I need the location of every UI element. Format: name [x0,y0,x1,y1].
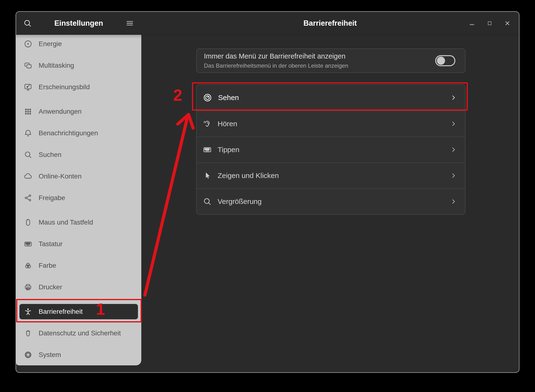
chevron-icon [450,198,457,205]
sidebar: EnergieMultitaskingErscheinungsbildAnwen… [16,35,141,365]
sidebar-item-online-konten[interactable]: Online-Konten [19,169,138,184]
switch-knob [437,57,445,65]
accessibility-menu-toggle-row: Immer das Menü zur Barrierefreiheit anze… [196,48,465,73]
row-label: Zeigen und Klicken [218,172,444,180]
sidebar-item-suchen[interactable]: Suchen [19,147,138,162]
row-label: Sehen [218,94,444,102]
hand-icon [24,329,32,338]
apps-icon [24,107,32,116]
multitasking-icon [24,61,32,70]
sidebar-item-energie[interactable]: Energie [19,36,138,52]
header-bar: Einstellungen Barrierefreiheit [16,12,519,35]
search-icon [23,19,32,28]
chevron-icon [450,94,457,101]
sidebar-item-datenschutz-und-sicherheit[interactable]: Datenschutz und Sicherheit [19,326,138,341]
sidebar-item-maus-und-tastfeld[interactable]: Maus und Tastfeld [19,215,138,230]
search-icon [23,19,32,28]
maximize-icon [487,20,493,26]
toggle-row-title: Immer das Menü zur Barrierefreiheit anze… [204,52,435,60]
maximize-button[interactable] [485,19,494,28]
gear-icon [24,350,32,359]
accessibility-icon [24,307,32,316]
row-tippen[interactable]: Tippen [197,137,465,162]
content-pane: Immer das Menü zur Barrierefreiheit anze… [141,35,519,373]
appearance-icon [24,83,32,91]
toggle-row-text: Immer das Menü zur Barrierefreiheit anze… [204,52,435,69]
sidebar-item-freigabe[interactable]: Freigabe [19,190,138,206]
row-label: Tippen [218,146,444,154]
sidebar-item-label: Maus und Tastfeld [39,219,93,226]
row-sehen[interactable]: Sehen [197,85,465,111]
sidebar-item-label: Online-Konten [39,172,82,180]
sidebar-item-label: Suchen [39,151,61,159]
sidebar-title: Einstellungen [33,19,125,28]
sidebar-item-label: Datenschutz und Sicherheit [39,329,121,337]
minimize-button[interactable] [468,19,476,28]
sidebar-item-tastatur[interactable]: Tastatur [19,236,138,252]
cursor-icon [203,171,212,180]
minimize-icon [468,20,476,27]
always-show-accessibility-menu-switch[interactable] [435,55,455,66]
sidebar-item-label: Barrierefreiheit [39,308,83,315]
keyboard-icon [24,240,32,248]
sidebar-item-benachrichtigungen[interactable]: Benachrichtigungen [19,125,138,141]
sidebar-item-label: Multitasking [39,62,74,69]
settings-window: Einstellungen Barrierefreiheit EnergieMu… [16,11,519,373]
sidebar-item-multitasking[interactable]: Multitasking [19,58,138,73]
sidebar-item-farbe[interactable]: Farbe [19,258,138,273]
printer-icon [24,283,32,291]
close-icon [504,20,511,27]
eye-icon [203,93,212,102]
sidebar-item-label: Farbe [39,262,56,269]
sidebar-item-label: Tastatur [39,240,63,248]
sidebar-item-label: Drucker [39,283,62,291]
ear-icon [203,119,212,128]
sidebar-list: EnergieMultitaskingErscheinungsbildAnwen… [19,36,138,362]
chevron-icon [450,172,457,179]
search-icon [24,150,32,159]
accessibility-categories-list: SehenHörenTippenZeigen und KlickenVergrö… [196,84,465,215]
mouse-icon [24,218,32,227]
chevron-icon [450,120,457,127]
keyboard-icon [203,145,212,154]
page-title: Barrierefreiheit [303,19,357,28]
bell-icon [24,129,32,137]
sidebar-item-barrierefreiheit[interactable]: Barrierefreiheit [19,304,138,319]
sidebar-item-system[interactable]: System [19,347,138,362]
toggle-row-subtitle: Das Barrierefreiheitsmenü in der oberen … [204,62,435,69]
close-button[interactable] [503,19,512,28]
search-button[interactable] [22,18,33,29]
sidebar-item-label: System [39,351,61,359]
sidebar-item-label: Benachrichtigungen [39,129,98,137]
window-body: EnergieMultitaskingErscheinungsbildAnwen… [16,35,519,373]
magnifier-icon [203,197,212,206]
sidebar-item-drucker[interactable]: Drucker [19,279,138,295]
sidebar-item-label: Freigabe [39,194,65,202]
row-vergroesserung[interactable]: Vergrößerung [197,188,465,214]
share-icon [24,194,32,202]
sidebar-item-erscheinungsbild[interactable]: Erscheinungsbild [19,79,138,95]
main-menu-button[interactable] [125,18,135,29]
sidebar-item-anwendungen[interactable]: Anwendungen [19,104,138,119]
sidebar-item-label: Erscheinungsbild [39,83,90,91]
header-right-pane: Barrierefreiheit [141,12,519,35]
row-zeigen-und-klicken[interactable]: Zeigen und Klicken [197,162,465,188]
desktop-background: Einstellungen Barrierefreiheit EnergieMu… [0,0,535,392]
sidebar-item-label: Energie [39,40,62,48]
sidebar-item-label: Anwendungen [39,108,82,115]
row-label: Vergrößerung [218,197,444,206]
row-label: Hören [218,120,444,128]
row-hoeren[interactable]: Hören [197,111,465,137]
color-icon [24,261,32,270]
chevron-icon [450,146,457,153]
menu-icon [126,19,134,27]
cloud-icon [24,172,32,181]
header-left-pane: Einstellungen [16,12,141,35]
menu-icon [126,19,134,27]
power-icon [24,40,32,48]
window-controls [468,12,512,35]
